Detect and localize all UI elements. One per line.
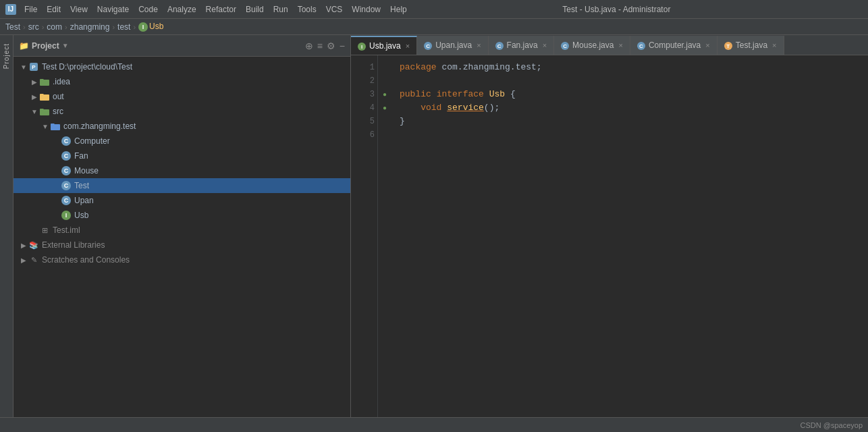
tree-arrow [51,136,61,146]
menu-item-analyze[interactable]: Analyze [163,3,200,16]
breadcrumb: Test›src›com›zhangming›test›IUsb [0,19,868,35]
title-bar: IJ FileEditViewNavigateCodeAnalyzeRefact… [0,0,868,19]
tree-label: .idea [53,77,70,86]
code-editor: 123456 ●● package com.zhangming.test;pub… [351,55,868,417]
menu-item-navigate[interactable]: Navigate [93,3,133,16]
menu-bar: FileEditViewNavigateCodeAnalyzeRefactorB… [20,3,411,16]
menu-item-vcs[interactable]: VCS [322,3,347,16]
folder-icon [39,106,50,117]
tab-class-icon: C [561,40,569,51]
code-line: void service(); [400,101,860,115]
menu-item-view[interactable]: View [66,3,92,16]
tab-label: Computer.java [649,40,701,50]
tree-item-Fan[interactable]: CFan [13,148,350,163]
tab-test[interactable]: TTest.java× [717,36,784,55]
breadcrumb-sep: › [65,23,67,31]
tree-item-src[interactable]: ▼src [13,104,350,119]
tab-close-button[interactable]: × [477,41,481,49]
tab-label: Fan.java [507,40,538,50]
title-bar-left: IJ FileEditViewNavigateCodeAnalyzeRefact… [5,3,411,16]
folder-icon [39,76,50,87]
dropdown-icon[interactable]: ▼ [62,42,69,49]
class-icon: C [61,151,72,161]
tree-item-external-libs[interactable]: ▶📚External Libraries [13,238,350,252]
menu-item-build[interactable]: Build [242,3,268,16]
breadcrumb-item-zhangming[interactable]: zhangming [70,22,110,32]
menu-item-code[interactable]: Code [134,3,162,16]
app-logo: IJ [5,4,16,15]
breadcrumb-item-src[interactable]: src [28,22,39,32]
tree-item-Mouse[interactable]: CMouse [13,163,350,178]
tab-class-icon: T [724,40,732,51]
menu-item-help[interactable]: Help [386,3,411,16]
menu-item-edit[interactable]: Edit [43,3,65,16]
menu-item-file[interactable]: File [20,3,41,16]
settings-button[interactable]: ⚙ [327,40,335,51]
tree-item-out[interactable]: ▶out [13,89,350,104]
gutter-icon [379,115,390,128]
tree-arrow: ▶ [30,77,39,86]
breadcrumb-item-test[interactable]: Test [5,22,20,32]
tree-arrow: ▶ [19,255,28,265]
code-line: public interface Usb { [400,88,860,101]
tree-item-test-root[interactable]: ▼PTest D:\project\cloud\Test [13,59,350,74]
folder-blue-icon [50,121,61,132]
keyword: interface [437,89,484,99]
line-number: 6 [354,128,375,142]
tab-close-button[interactable]: × [618,41,622,49]
tree-label: Test.iml [53,225,80,235]
tab-close-button[interactable]: × [772,41,776,49]
iml-icon: ⊞ [39,225,50,236]
menu-item-window[interactable]: Window [348,3,385,16]
status-bar: CSDN @spaceyop [0,417,868,432]
tab-bar: IUsb.java×CUpan.java×CFan.java×CMouse.ja… [351,35,868,55]
side-strip: Project [0,35,13,417]
tree-label: out [53,92,64,101]
tree-item-Upan[interactable]: CUpan [13,193,350,208]
tab-label: Upan.java [435,40,472,50]
tree-item-Computer[interactable]: CComputer [13,134,350,148]
menu-item-tools[interactable]: Tools [294,3,321,16]
class-icon: C [61,180,72,191]
tree-item-Test[interactable]: CTest [13,178,350,193]
tab-upan[interactable]: CUpan.java× [417,36,488,55]
code-line [400,128,860,142]
tab-fan[interactable]: CFan.java× [489,36,554,55]
tree-item-test-iml[interactable]: ⊞Test.iml [13,223,350,238]
gutter-icon[interactable]: ● [379,88,390,101]
tab-computer[interactable]: CComputer.java× [630,36,717,55]
collapse-all-button[interactable]: ⊕ [305,40,313,51]
line-number: 1 [354,61,375,74]
class-icon: C [61,165,72,176]
tab-usb[interactable]: IUsb.java× [351,36,417,55]
code-content[interactable]: package com.zhangming.test;public interf… [391,55,868,417]
sort-button[interactable]: ≡ [317,40,323,51]
breadcrumb-item-usb[interactable]: IUsb [138,22,163,32]
tab-mouse[interactable]: CMouse.java× [554,36,630,55]
status-text: CSDN @spaceyop [801,421,863,429]
tab-close-button[interactable]: × [543,41,547,49]
code-text: com.zhangming.test; [441,62,541,72]
breadcrumb-sep: › [133,23,136,31]
breadcrumb-sep: › [112,23,115,31]
tree-item-com-zhangming-test[interactable]: ▼com.zhangming.test [13,119,350,134]
tree-arrow: ▶ [19,240,28,250]
tree-item-Usb[interactable]: IUsb [13,208,350,223]
menu-item-refactor[interactable]: Refactor [202,3,240,16]
menu-item-run[interactable]: Run [269,3,292,16]
breadcrumb-item-com[interactable]: com [47,22,62,32]
tree-arrow [51,181,61,190]
code-line: } [400,115,860,128]
line-number: 2 [354,74,375,88]
keyword: void [421,103,441,113]
tab-close-button[interactable]: × [705,41,709,49]
gutter-icon [379,74,390,88]
tab-close-button[interactable]: × [406,42,410,50]
tree-item-idea[interactable]: ▶.idea [13,74,350,89]
breadcrumb-item-test[interactable]: test [117,22,130,32]
tree-label: Test D:\project\cloud\Test [42,62,132,72]
hide-button[interactable]: − [340,40,345,51]
tree-item-scratches[interactable]: ▶✎Scratches and Consoles [13,252,350,267]
gutter-icon[interactable]: ● [379,101,390,115]
tree-arrow [51,211,61,220]
